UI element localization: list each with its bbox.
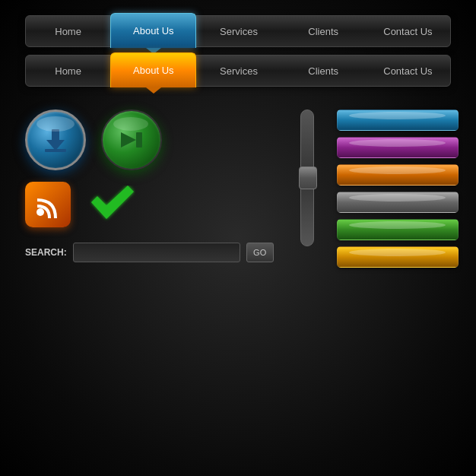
color-buttons-column <box>337 109 459 268</box>
svg-point-5 <box>36 208 44 216</box>
blue-button[interactable] <box>337 109 459 131</box>
nav-bar-1: Home About Us Services Clients Contact U… <box>25 15 451 47</box>
search-label: SEARCH: <box>25 247 67 258</box>
nav2-services[interactable]: Services <box>196 56 281 86</box>
check-icon <box>90 186 135 224</box>
icons-top-row <box>25 109 274 170</box>
rss-icon <box>34 191 62 218</box>
icons-section: SEARCH: GO <box>25 109 451 268</box>
slider-thumb[interactable] <box>299 167 317 189</box>
download-button[interactable] <box>25 109 86 170</box>
search-input[interactable] <box>73 243 240 262</box>
nav2-contact[interactable]: Contact Us <box>366 56 450 86</box>
nav1-services[interactable]: Services <box>196 16 281 46</box>
svg-marker-1 <box>46 140 65 151</box>
nav1-contact[interactable]: Contact Us <box>366 16 450 46</box>
gold-button[interactable] <box>337 246 459 268</box>
forward-icon <box>118 126 145 154</box>
green-button[interactable] <box>337 219 459 240</box>
svg-marker-3 <box>121 132 136 148</box>
nav1-clients[interactable]: Clients <box>281 16 366 46</box>
nav2-about[interactable]: About Us <box>110 52 196 87</box>
svg-rect-0 <box>52 129 59 141</box>
nav2-home[interactable]: Home <box>26 56 110 86</box>
orange-button[interactable] <box>337 164 459 186</box>
search-row: SEARCH: GO <box>25 243 274 262</box>
purple-button[interactable] <box>337 137 459 158</box>
left-icons: SEARCH: GO <box>25 109 274 262</box>
nav-bar-2: Home About Us Services Clients Contact U… <box>25 55 451 87</box>
gray-button[interactable] <box>337 192 459 213</box>
main-content: SEARCH: GO <box>25 109 451 268</box>
vertical-slider[interactable] <box>300 109 314 246</box>
right-section <box>300 109 459 268</box>
checkmark-button[interactable] <box>86 182 139 227</box>
svg-rect-2 <box>45 149 66 152</box>
forward-button[interactable] <box>101 109 162 170</box>
svg-rect-4 <box>136 132 142 148</box>
rss-button[interactable] <box>25 182 71 227</box>
go-button[interactable]: GO <box>246 243 274 262</box>
nav1-about[interactable]: About Us <box>110 13 196 48</box>
download-icon <box>42 126 69 154</box>
icons-bottom-row <box>25 182 274 227</box>
svg-marker-6 <box>91 186 134 219</box>
nav2-clients[interactable]: Clients <box>281 56 366 86</box>
nav1-home[interactable]: Home <box>26 16 110 46</box>
